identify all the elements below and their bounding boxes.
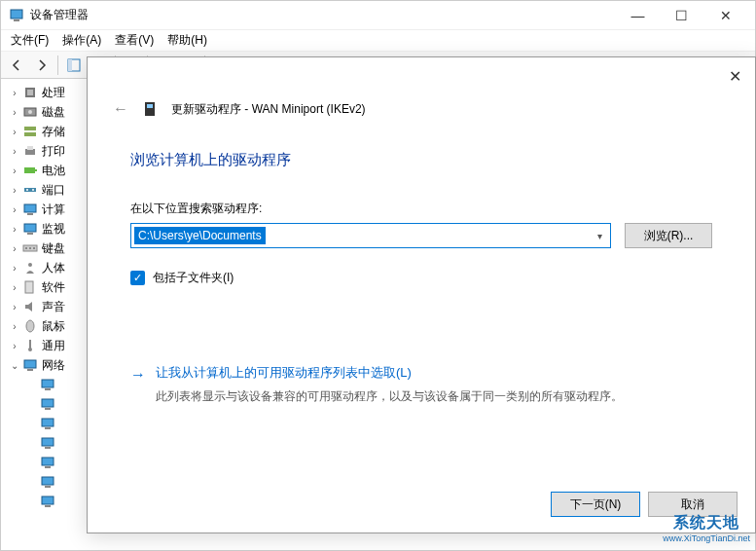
svg-rect-50 bbox=[45, 447, 51, 449]
tree-child-network-adapter[interactable] bbox=[9, 453, 90, 472]
window-title: 设备管理器 bbox=[30, 7, 616, 23]
device-tree[interactable]: ›处理›磁盘›存储›打印›电池›端口›计算›监视›键盘›人体›软件›声音›鼠标›… bbox=[1, 81, 90, 550]
menu-file[interactable]: 文件(F) bbox=[5, 30, 54, 51]
svg-point-38 bbox=[26, 320, 34, 332]
pick-from-list-link[interactable]: → 让我从计算机上的可用驱动程序列表中选取(L) 此列表将显示与该设备兼容的可用… bbox=[130, 364, 712, 405]
dialog-back-button[interactable]: ← bbox=[113, 100, 128, 118]
chevron-right-icon: › bbox=[9, 88, 20, 98]
path-label: 在以下位置搜索驱动程序: bbox=[130, 201, 712, 217]
tree-item-label: 端口 bbox=[42, 182, 65, 199]
chevron-right-icon: › bbox=[9, 146, 20, 157]
tree-item-audio[interactable]: ›声音 bbox=[9, 297, 90, 316]
svg-point-26 bbox=[26, 189, 28, 191]
svg-rect-41 bbox=[24, 360, 36, 368]
tree-item-hid[interactable]: ›人体 bbox=[9, 258, 90, 277]
menu-action[interactable]: 操作(A) bbox=[56, 30, 107, 51]
tree-item-label: 监视 bbox=[42, 221, 65, 238]
svg-rect-51 bbox=[42, 458, 54, 465]
close-button[interactable]: ✕ bbox=[703, 1, 747, 30]
menu-help[interactable]: 帮助(H) bbox=[162, 30, 213, 51]
tree-item-label: 电池 bbox=[42, 163, 65, 179]
chevron-right-icon: › bbox=[9, 302, 20, 312]
chevron-down-icon[interactable]: ▾ bbox=[589, 231, 610, 241]
tree-item-label: 计算 bbox=[42, 202, 65, 218]
title-bar: 设备管理器 — ☐ ✕ bbox=[1, 1, 755, 30]
path-combobox[interactable]: C:\Users\ye\Documents ▾ bbox=[130, 223, 611, 248]
tree-item-label: 通用 bbox=[42, 338, 65, 354]
svg-rect-30 bbox=[24, 224, 36, 232]
chevron-right-icon: › bbox=[9, 263, 20, 274]
svg-rect-55 bbox=[42, 496, 54, 504]
tree-child-network-adapter[interactable] bbox=[9, 433, 90, 453]
pick-from-list-desc: 此列表将显示与该设备兼容的可用驱动程序，以及与该设备属于同一类别的所有驱动程序。 bbox=[156, 387, 623, 405]
show-hide-tree-button[interactable] bbox=[62, 54, 86, 77]
watermark: 系统天地 www.XiTongTianDi.net bbox=[663, 513, 750, 543]
chevron-right-icon: › bbox=[9, 282, 20, 293]
tree-item-label: 人体 bbox=[42, 260, 65, 276]
svg-rect-25 bbox=[24, 188, 36, 192]
svg-rect-22 bbox=[27, 146, 33, 150]
chevron-right-icon: › bbox=[9, 107, 20, 118]
svg-rect-29 bbox=[27, 213, 33, 215]
forward-button[interactable] bbox=[30, 54, 54, 77]
svg-rect-34 bbox=[29, 247, 31, 249]
tree-item-label: 存储 bbox=[42, 124, 65, 140]
tree-item-battery[interactable]: ›电池 bbox=[9, 161, 90, 180]
next-button[interactable]: 下一页(N) bbox=[551, 492, 640, 517]
tree-item-label: 磁盘 bbox=[42, 104, 65, 121]
chevron-down-icon: ⌄ bbox=[9, 360, 20, 371]
svg-rect-23 bbox=[24, 167, 35, 173]
update-driver-dialog: ✕ ← 更新驱动程序 - WAN Miniport (IKEv2) 浏览计算机上… bbox=[87, 56, 756, 533]
dialog-title: 更新驱动程序 - WAN Miniport (IKEv2) bbox=[171, 101, 366, 118]
svg-rect-45 bbox=[42, 399, 54, 407]
svg-rect-48 bbox=[45, 427, 51, 429]
svg-rect-35 bbox=[33, 247, 35, 249]
maximize-button[interactable]: ☐ bbox=[660, 1, 703, 30]
browse-button[interactable]: 浏览(R)... bbox=[625, 223, 712, 248]
tree-item-port[interactable]: ›端口 bbox=[9, 180, 90, 200]
menu-bar: 文件(F) 操作(A) 查看(V) 帮助(H) bbox=[1, 30, 755, 52]
svg-rect-54 bbox=[45, 486, 51, 488]
svg-rect-28 bbox=[24, 204, 36, 212]
chevron-right-icon: › bbox=[9, 341, 20, 351]
svg-rect-52 bbox=[45, 466, 51, 468]
svg-rect-33 bbox=[25, 247, 27, 249]
tree-item-software[interactable]: ›软件 bbox=[9, 277, 90, 297]
path-value: C:\Users\ye\Documents bbox=[134, 227, 266, 244]
svg-rect-46 bbox=[45, 408, 51, 410]
tree-child-network-adapter[interactable] bbox=[9, 375, 90, 394]
chevron-right-icon: › bbox=[9, 165, 20, 176]
include-subfolders-label: 包括子文件夹(I) bbox=[153, 270, 234, 286]
tree-item-cpu[interactable]: ›处理 bbox=[9, 83, 90, 102]
minimize-button[interactable]: — bbox=[616, 1, 660, 30]
svg-rect-16 bbox=[27, 90, 33, 95]
tree-item-label: 软件 bbox=[42, 279, 65, 296]
include-subfolders-checkbox[interactable]: ✓ bbox=[130, 271, 145, 285]
tree-item-computer[interactable]: ›计算 bbox=[9, 200, 90, 219]
back-button[interactable] bbox=[5, 54, 28, 77]
tree-item-keyboard[interactable]: ›键盘 bbox=[9, 239, 90, 258]
tree-child-network-adapter[interactable] bbox=[9, 472, 90, 492]
tree-item-printer[interactable]: ›打印 bbox=[9, 141, 90, 161]
tree-item-label: 处理 bbox=[42, 85, 65, 101]
tree-item-storage[interactable]: ›存储 bbox=[9, 122, 90, 141]
svg-rect-49 bbox=[42, 438, 54, 446]
svg-point-36 bbox=[28, 263, 32, 267]
dialog-close-button[interactable]: ✕ bbox=[729, 67, 741, 86]
tree-item-usb[interactable]: ›通用 bbox=[9, 336, 90, 355]
svg-rect-47 bbox=[42, 419, 54, 426]
watermark-url: www.XiTongTianDi.net bbox=[663, 533, 750, 543]
tree-child-network-adapter[interactable] bbox=[9, 394, 90, 414]
tree-child-network-adapter[interactable] bbox=[9, 492, 90, 511]
tree-child-network-adapter[interactable] bbox=[9, 414, 90, 433]
svg-rect-44 bbox=[45, 388, 51, 390]
tree-item-mouse[interactable]: ›鼠标 bbox=[9, 316, 90, 336]
svg-point-27 bbox=[32, 189, 34, 191]
svg-rect-53 bbox=[42, 477, 54, 485]
svg-rect-43 bbox=[42, 380, 54, 387]
tree-item-network[interactable]: ⌄网络 bbox=[9, 355, 90, 375]
tree-item-disk[interactable]: ›磁盘 bbox=[9, 102, 90, 122]
svg-rect-40 bbox=[29, 340, 31, 349]
menu-view[interactable]: 查看(V) bbox=[109, 30, 160, 51]
tree-item-monitor[interactable]: ›监视 bbox=[9, 219, 90, 239]
